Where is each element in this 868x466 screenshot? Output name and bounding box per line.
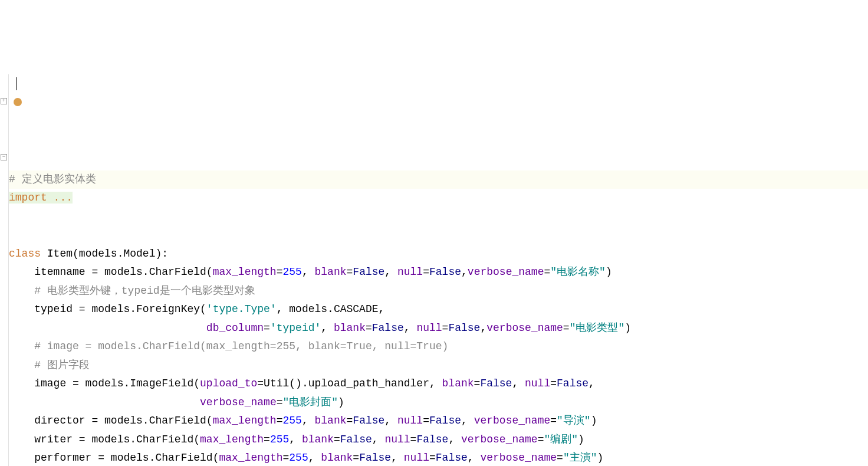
class-keyword: class (9, 248, 41, 260)
class-declaration: Item(models.Model): (41, 248, 168, 260)
editor-gutter: + − (0, 74, 9, 466)
fold-marker-class[interactable]: − (1, 154, 7, 160)
code-content[interactable]: # 定义电影实体类import ...class Item(models.Mod… (9, 170, 868, 467)
field-director: director = models.CharField( (9, 415, 213, 426)
breakpoint-indicator[interactable] (14, 98, 22, 106)
field-performer: performer = models.CharField( (9, 452, 219, 464)
field-typeid: typeid = models.ForeignKey( (9, 303, 206, 315)
field-writer: writer = models.CharField( (9, 434, 200, 445)
text-cursor (16, 77, 17, 90)
field-itemname: itemname = models.CharField( (9, 266, 213, 278)
comment-typeid: # 电影类型外键，typeid是一个电影类型对象 (9, 285, 255, 297)
code-editor[interactable]: + − # 定义电影实体类import ...class Item(models… (0, 74, 868, 466)
fold-marker-import[interactable]: + (1, 98, 7, 104)
comment-image-old: # image = models.CharField(max_length=25… (9, 340, 448, 352)
comment-line: # 定义电影实体类 (9, 173, 96, 185)
field-image: image = models.ImageField( (9, 378, 200, 389)
folded-import[interactable]: import ... (9, 192, 73, 204)
comment-image-field: # 图片字段 (9, 359, 90, 371)
